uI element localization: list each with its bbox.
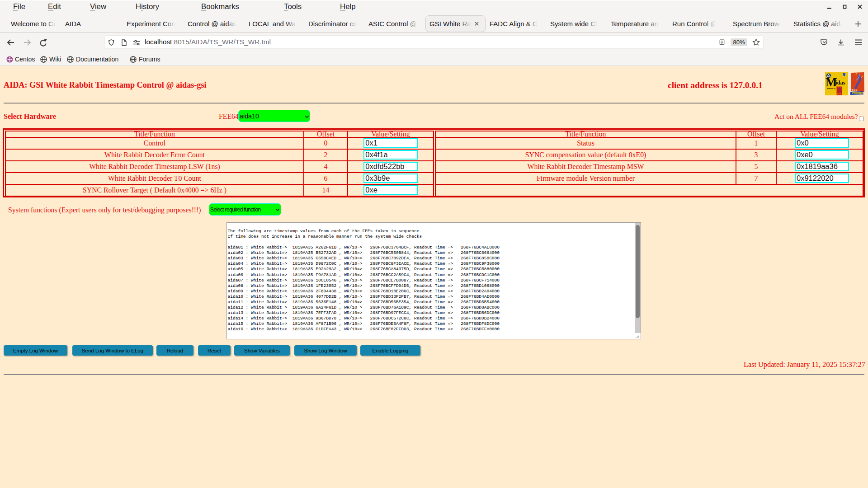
svg-text:KitCR: KitCR [837, 93, 841, 95]
svg-text:idas: idas [835, 80, 845, 86]
svg-text:powered by: powered by [827, 88, 835, 89]
svg-text:POWERED: POWERED [852, 92, 863, 94]
svg-text:TCL: TCL [852, 88, 858, 91]
